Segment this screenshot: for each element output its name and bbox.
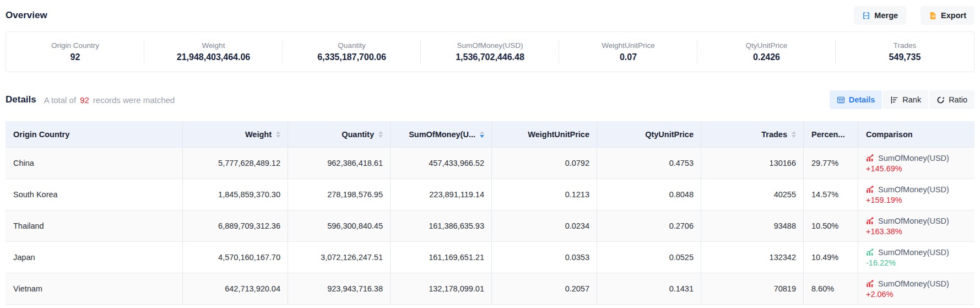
cell-percent: 14.57% [804, 179, 858, 210]
sort-carets [276, 131, 280, 138]
column-label: Trades [761, 130, 787, 139]
stat-value: 0.07 [620, 52, 637, 62]
comparison-change: +2.06% [866, 290, 894, 299]
column-label: QtyUnitPrice [645, 130, 694, 139]
column-label: Quantity [342, 130, 374, 139]
table-row: Japan 4,570,160,167.70 3,072,126,247.51 … [6, 242, 974, 273]
column-header-percent: Percen... [804, 121, 858, 147]
cell-quantity: 596,300,840.45 [288, 210, 391, 241]
trend-chart-icon [866, 279, 874, 288]
stat-weight-unit-price: WeightUnitPrice 0.07 [559, 32, 697, 72]
comparison-metric: SumOfMoney(USD) [878, 279, 949, 288]
app-root: Overview Merge [0, 6, 980, 308]
column-header-sum-of-money[interactable]: SumOfMoney(U... [391, 121, 492, 147]
cell-origin-country: Vietnam [6, 273, 183, 304]
stat-label: WeightUnitPrice [602, 41, 655, 50]
stat-sum-of-money: SumOfMoney(USD) 1,536,702,446.48 [421, 32, 559, 72]
records-summary: A total of 92 records were matched [44, 95, 175, 105]
merge-button-label: Merge [874, 11, 898, 20]
records-summary-prefix: A total of [44, 95, 76, 105]
cell-comparison: SumOfMoney(USD) +159.19% [858, 179, 974, 210]
stat-label: Quantity [338, 41, 365, 50]
cell-weight: 642,713,920.04 [183, 273, 288, 304]
trend-chart-icon [866, 217, 874, 225]
tab-rank[interactable]: Rank [883, 90, 928, 109]
column-header-trades[interactable]: Trades [701, 121, 804, 147]
cell-sum-of-money: 161,386,635.93 [391, 210, 492, 241]
cell-comparison: SumOfMoney(USD) -16.22% [858, 242, 974, 273]
cell-trades: 93488 [701, 210, 804, 241]
ratio-icon [936, 96, 945, 104]
details-table: Origin Country Weight Quantity SumOfMone… [6, 121, 974, 305]
comparison-change: +159.19% [866, 196, 902, 204]
table-body: China 5,777,628,489.12 962,386,418.61 45… [6, 148, 974, 305]
cell-quantity: 962,386,418.61 [288, 148, 391, 179]
comparison-metric-line: SumOfMoney(USD) [866, 154, 949, 163]
stat-origin-country: Origin Country 92 [6, 32, 144, 72]
cell-quantity: 923,943,716.38 [288, 273, 391, 304]
cell-comparison: SumOfMoney(USD) +2.06% [858, 273, 974, 304]
stat-label: QtyUnitPrice [746, 41, 788, 50]
top-bar: Overview Merge [6, 6, 974, 25]
comparison-metric: SumOfMoney(USD) [878, 154, 949, 163]
export-button[interactable]: Export [921, 6, 974, 25]
cell-weight-unit-price: 0.0792 [492, 148, 597, 179]
cell-weight-unit-price: 0.2057 [492, 273, 597, 304]
table-row: South Korea 1,845,859,370.30 278,198,576… [6, 179, 974, 210]
table-row: Vietnam 642,713,920.04 923,943,716.38 13… [6, 273, 974, 305]
table-row: Thailand 6,889,709,312.36 596,300,840.45… [6, 210, 974, 242]
topbar-actions: Merge Export [854, 6, 974, 25]
tab-ratio-label: Ratio [949, 95, 967, 104]
comparison-metric: SumOfMoney(USD) [878, 217, 949, 225]
overview-stats-card: Origin Country 92 Weight 21,948,403,464.… [6, 31, 974, 72]
cell-origin-country: Thailand [6, 210, 183, 241]
cell-trades: 70819 [701, 273, 804, 304]
cell-trades: 130166 [701, 148, 804, 179]
stat-label: Weight [202, 41, 225, 50]
cell-weight-unit-price: 0.0234 [492, 210, 597, 241]
cell-quantity: 3,072,126,247.51 [288, 242, 391, 273]
column-header-comparison: Comparison [858, 121, 974, 147]
cell-trades: 132342 [701, 242, 804, 273]
column-header-weight-unit-price: WeightUnitPrice [492, 121, 597, 147]
rank-icon [890, 96, 898, 104]
cell-sum-of-money: 132,178,099.01 [391, 273, 492, 304]
tab-details[interactable]: Details [830, 90, 882, 109]
column-header-qty-unit-price: QtyUnitPrice [597, 121, 701, 147]
tab-ratio[interactable]: Ratio [929, 90, 974, 109]
merge-button[interactable]: Merge [854, 6, 906, 25]
cell-origin-country: South Korea [6, 179, 183, 210]
comparison-change: +163.38% [866, 227, 902, 236]
cell-sum-of-money: 161,169,651.21 [391, 242, 492, 273]
cell-percent: 29.77% [804, 148, 858, 179]
cell-qty-unit-price: 0.1431 [597, 273, 701, 304]
cell-qty-unit-price: 0.4753 [597, 148, 701, 179]
column-header-quantity[interactable]: Quantity [288, 121, 391, 147]
tab-rank-label: Rank [902, 95, 921, 104]
cell-weight: 4,570,160,167.70 [183, 242, 288, 273]
cell-percent: 8.60% [804, 273, 858, 304]
cell-origin-country: Japan [6, 242, 183, 273]
sort-carets [792, 131, 796, 138]
cell-percent: 10.49% [804, 242, 858, 273]
column-label: Percen... [811, 130, 844, 139]
sort-carets [378, 131, 383, 138]
cell-qty-unit-price: 0.2706 [597, 210, 701, 241]
stat-label: Trades [894, 41, 917, 50]
trend-chart-icon [866, 185, 874, 193]
cell-percent: 10.50% [804, 210, 858, 241]
cell-comparison: SumOfMoney(USD) +163.38% [858, 210, 974, 241]
export-button-label: Export [941, 11, 966, 20]
records-count: 92 [80, 95, 89, 105]
stat-label: SumOfMoney(USD) [457, 41, 523, 50]
trend-chart-icon [866, 248, 874, 256]
column-label: Origin Country [13, 130, 69, 139]
table-header-row: Origin Country Weight Quantity SumOfMone… [6, 121, 974, 148]
page-title: Overview [6, 10, 47, 21]
column-header-weight[interactable]: Weight [183, 121, 288, 147]
stat-quantity: Quantity 6,335,187,700.06 [283, 32, 421, 72]
cell-sum-of-money: 457,433,966.52 [391, 148, 492, 179]
cell-origin-country: China [6, 148, 183, 179]
stat-value: 6,335,187,700.06 [317, 52, 386, 62]
stat-weight: Weight 21,948,403,464.06 [144, 32, 283, 72]
